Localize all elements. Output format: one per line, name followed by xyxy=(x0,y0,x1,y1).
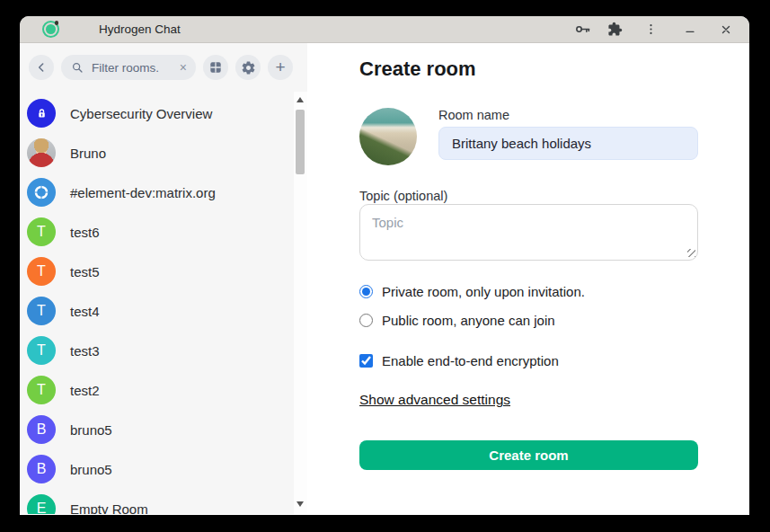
room-list-item[interactable]: #element-dev:matrix.org xyxy=(20,173,307,212)
room-name: test6 xyxy=(70,225,100,240)
room-list-item[interactable]: Cybersecurity Overview xyxy=(20,93,307,133)
create-room-button-sidebar[interactable]: + xyxy=(268,55,293,80)
grid-view-button[interactable] xyxy=(203,55,228,80)
topic-field xyxy=(359,204,698,261)
encryption-option[interactable]: Enable end-to-end encryption xyxy=(359,353,698,368)
room-list-item[interactable]: Bbruno5 xyxy=(20,449,307,489)
privacy-option-private[interactable]: Private room, only upon invitation. xyxy=(359,284,698,299)
topic-textarea[interactable] xyxy=(359,204,698,261)
room-avatar: B xyxy=(27,455,56,483)
room-name: test3 xyxy=(70,343,100,359)
create-room-panel: Create room Room name Topic (optional) P… xyxy=(307,43,749,514)
scroll-down-arrow-icon[interactable] xyxy=(296,501,304,507)
sidebar-scrollbar[interactable] xyxy=(294,92,307,514)
room-name: bruno5 xyxy=(70,462,112,477)
room-avatar: T xyxy=(27,257,56,286)
hydrogen-logo-notch xyxy=(55,21,59,25)
room-list-item[interactable]: Bruno xyxy=(20,133,307,173)
room-list-item[interactable]: Ttest3 xyxy=(20,331,307,370)
kebab-menu-icon[interactable] xyxy=(640,19,661,40)
room-list-item[interactable]: EEmpty Room xyxy=(20,489,307,514)
page-title: Create room xyxy=(359,58,698,81)
scrollbar-thumb[interactable] xyxy=(296,110,305,174)
grid-icon xyxy=(208,60,223,75)
gear-icon xyxy=(241,60,256,75)
room-list-item[interactable]: Ttest5 xyxy=(20,252,307,291)
encryption-label: Enable end-to-end encryption xyxy=(382,353,559,368)
show-advanced-settings-link[interactable]: Show advanced settings xyxy=(359,392,510,408)
clear-search-icon[interactable]: × xyxy=(180,61,187,74)
privacy-radio[interactable] xyxy=(359,314,373,327)
filter-rooms-search[interactable]: × xyxy=(61,55,196,80)
room-name: Empty Room xyxy=(70,501,148,515)
privacy-option-label: Private room, only upon invitation. xyxy=(382,284,585,299)
room-avatar: T xyxy=(27,297,56,325)
close-button[interactable] xyxy=(715,19,737,40)
settings-button[interactable] xyxy=(235,55,261,80)
minimize-button[interactable] xyxy=(679,19,701,40)
room-name-field: Room name xyxy=(438,108,698,165)
back-button[interactable] xyxy=(29,55,54,80)
create-room-submit-button[interactable]: Create room xyxy=(359,440,698,470)
privacy-option-label: Public room, anyone can join xyxy=(382,313,555,328)
extensions-puzzle-icon[interactable] xyxy=(604,19,625,40)
scroll-up-arrow-icon[interactable] xyxy=(296,97,304,102)
topic-label: Topic (optional) xyxy=(359,189,447,203)
room-avatar-photo xyxy=(27,138,56,167)
element-logo-icon xyxy=(32,183,50,201)
room-avatar xyxy=(27,178,56,207)
room-name: test4 xyxy=(70,304,100,319)
window-title: Hydrogen Chat xyxy=(99,22,181,36)
room-list: Cybersecurity OverviewBruno #element-dev… xyxy=(20,93,307,514)
titlebar: Hydrogen Chat xyxy=(20,16,749,43)
room-avatar: T xyxy=(27,376,56,404)
room-name: Bruno xyxy=(70,146,106,161)
room-name: bruno5 xyxy=(70,422,112,438)
room-name-input[interactable] xyxy=(438,127,698,160)
room-name: test5 xyxy=(70,264,100,279)
app-window: Hydrogen Chat xyxy=(20,16,749,515)
room-name-row: Room name xyxy=(359,108,698,165)
search-icon xyxy=(71,61,84,74)
key-icon[interactable] xyxy=(571,19,593,40)
room-avatar xyxy=(27,99,56,128)
lock-icon xyxy=(35,107,49,120)
room-avatar: B xyxy=(27,415,56,444)
hydrogen-logo-dot xyxy=(46,24,56,34)
sidebar: × + xyxy=(20,43,307,514)
encryption-checkbox[interactable] xyxy=(359,354,373,368)
filter-rooms-input[interactable] xyxy=(90,60,173,75)
room-avatar: E xyxy=(27,494,56,514)
room-list-item[interactable]: Bbruno5 xyxy=(20,410,307,449)
sidebar-toolbar: × + xyxy=(20,43,307,92)
privacy-options: Private room, only upon invitation.Publi… xyxy=(359,284,698,328)
room-avatar: T xyxy=(27,217,56,246)
hydrogen-logo xyxy=(42,21,59,38)
room-avatar: T xyxy=(27,336,56,365)
privacy-option-public[interactable]: Public room, anyone can join xyxy=(359,313,698,328)
room-name: test2 xyxy=(70,383,100,398)
room-list-item[interactable]: Ttest4 xyxy=(20,291,307,331)
room-list-item[interactable]: Ttest6 xyxy=(20,212,307,252)
plus-icon: + xyxy=(275,58,285,75)
app-body: × + xyxy=(20,43,749,514)
room-list-item[interactable]: Ttest2 xyxy=(20,370,307,410)
room-name-label: Room name xyxy=(438,108,698,122)
room-avatar-image[interactable] xyxy=(359,108,417,165)
privacy-radio[interactable] xyxy=(359,285,373,298)
room-name: Cybersecurity Overview xyxy=(70,106,212,121)
chevron-left-icon xyxy=(34,60,49,75)
room-name: #element-dev:matrix.org xyxy=(70,185,216,200)
